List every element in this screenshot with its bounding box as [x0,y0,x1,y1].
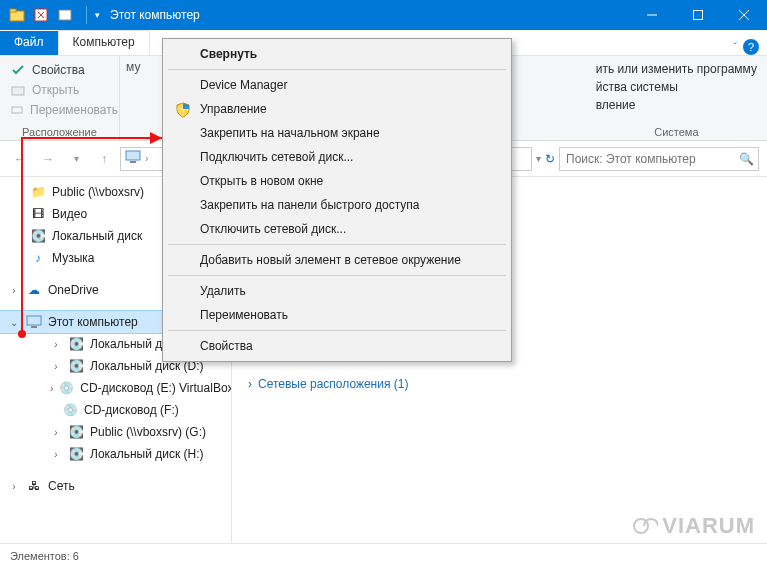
svg-rect-1 [10,9,16,12]
ctx-rename[interactable]: Переименовать [166,303,508,327]
disk-icon: 💽 [30,228,46,244]
cd-icon: 💿 [62,402,78,418]
network-drive-icon: 💽 [68,424,84,440]
chevron-right-icon[interactable]: › [50,339,62,350]
cloud-icon: ☁ [26,282,42,298]
tree-item-cdE[interactable]: ›💿CD-дисковод (E:) VirtualBox Gue [0,377,231,399]
ctx-add-network-location[interactable]: Добавить новый элемент в сетевое окружен… [166,248,508,272]
disk-icon: 💽 [68,336,84,352]
svg-rect-3 [59,10,71,20]
ribbon-properties[interactable]: Свойства [6,60,113,80]
svg-rect-8 [130,161,136,163]
checkmark-icon [10,62,26,78]
watermark: VIARUM [630,513,755,539]
ctx-properties[interactable]: Свойства [166,334,508,358]
window-title: Этот компьютер [104,8,629,22]
ctx-open-new-window[interactable]: Открыть в новом окне [166,169,508,193]
status-bar: Элементов: 6 [0,543,767,567]
tree-item-diskH[interactable]: ›💽Локальный диск (H:) [0,443,231,465]
tree-item-cdF[interactable]: 💿CD-дисковод (F:) [0,399,231,421]
status-item-count: Элементов: 6 [10,550,79,562]
ctx-manage[interactable]: Управление [166,97,508,121]
qat-properties-icon[interactable] [30,4,52,26]
network-folder-icon: 📁 [30,184,46,200]
qat-explorer-icon[interactable] [6,4,28,26]
folder-open-icon [10,82,26,98]
nav-history-dropdown[interactable]: ▾ [64,147,88,171]
nav-up-button[interactable]: ↑ [92,147,116,171]
chevron-right-icon[interactable]: › [50,361,62,372]
qat-dropdown-icon[interactable]: ▾ [91,10,104,20]
refresh-icon[interactable]: ↻ [545,152,555,166]
video-icon: 🎞 [30,206,46,222]
chevron-right-icon[interactable]: › [145,153,148,164]
ribbon-group-system: Система [592,124,761,138]
tab-file[interactable]: Файл [0,31,58,55]
ribbon-group-location: Расположение [6,124,113,138]
svg-rect-4 [694,11,703,20]
nav-back-button[interactable]: ← [8,147,32,171]
svg-rect-5 [12,87,24,95]
address-dropdown-icon[interactable]: ▾ [536,153,541,164]
svg-rect-10 [31,326,37,328]
minimize-button[interactable] [629,0,675,30]
chevron-down-icon[interactable]: ⌄ [8,317,20,328]
close-button[interactable] [721,0,767,30]
pc-icon [125,150,141,167]
network-icon: 🖧 [26,478,42,494]
section-network-locations[interactable]: ›Сетевые расположения (1) [248,377,757,391]
ribbon-open: Открыть [6,80,113,100]
maximize-button[interactable] [675,0,721,30]
svg-rect-6 [12,107,22,113]
ribbon-frag-3[interactable]: вление [592,96,761,114]
nav-forward-button[interactable]: → [36,147,60,171]
ctx-collapse[interactable]: Свернуть [166,42,508,66]
svg-rect-7 [126,151,140,160]
ribbon-rename: Переименовать [6,100,113,120]
cd-icon: 💿 [59,380,74,396]
music-icon: ♪ [30,250,46,266]
pc-icon [26,314,42,330]
ctx-pin-start[interactable]: Закрепить на начальном экране [166,121,508,145]
search-box[interactable]: 🔍 [559,147,759,171]
ribbon-mid-fragment: му [120,56,150,140]
ribbon-collapse-icon[interactable]: ˇ [733,41,737,53]
ctx-disconnect-drive[interactable]: Отключить сетевой диск... [166,217,508,241]
chevron-right-icon[interactable]: › [50,427,62,438]
chevron-right-icon[interactable]: › [50,449,62,460]
ctx-pin-quickaccess[interactable]: Закрепить на панели быстрого доступа [166,193,508,217]
help-icon[interactable]: ? [743,39,759,55]
rename-icon [10,102,24,118]
shield-icon [174,101,192,119]
title-bar: ▾ Этот компьютер [0,0,767,30]
tab-computer[interactable]: Компьютер [58,30,150,55]
search-icon[interactable]: 🔍 [739,152,754,166]
search-input[interactable] [564,151,739,167]
ctx-device-manager[interactable]: Device Manager [166,73,508,97]
tree-item-network[interactable]: ›🖧Сеть [0,475,231,497]
tree-item-publicG[interactable]: ›💽Public (\\vboxsrv) (G:) [0,421,231,443]
chevron-right-icon[interactable]: › [8,285,20,296]
qat-newfolder-icon[interactable] [54,4,76,26]
chevron-right-icon[interactable]: › [50,383,53,394]
chevron-right-icon[interactable]: › [8,481,20,492]
ctx-map-drive[interactable]: Подключить сетевой диск... [166,145,508,169]
context-menu: Свернуть Device Manager Управление Закре… [162,38,512,362]
chevron-right-icon[interactable]: › [248,377,252,391]
svg-rect-9 [27,316,41,325]
disk-icon: 💽 [68,358,84,374]
disk-icon: 💽 [68,446,84,462]
ctx-delete[interactable]: Удалить [166,279,508,303]
ribbon-frag-2[interactable]: йства системы [592,78,761,96]
ribbon-frag-1[interactable]: ить или изменить программу [592,60,761,78]
